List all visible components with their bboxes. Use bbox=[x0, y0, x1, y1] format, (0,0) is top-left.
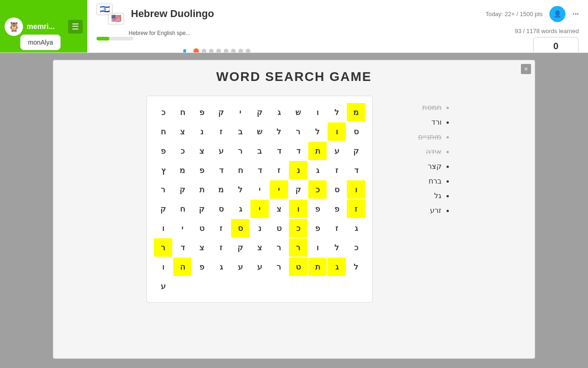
grid-cell[interactable]: ק bbox=[347, 142, 365, 160]
grid-cell[interactable]: ק bbox=[173, 180, 192, 199]
grid-cell[interactable]: ח bbox=[231, 161, 249, 179]
grid-cell[interactable]: ס bbox=[347, 122, 365, 141]
grid-cell[interactable]: כ bbox=[347, 238, 365, 257]
grid-cell[interactable]: ז bbox=[212, 122, 230, 141]
grid-cell[interactable]: ו bbox=[154, 219, 172, 237]
grid-cell[interactable]: צ bbox=[250, 238, 269, 257]
dot-3[interactable] bbox=[216, 49, 221, 53]
grid-cell[interactable]: פ bbox=[154, 142, 172, 160]
grid-cell[interactable]: ס bbox=[231, 219, 249, 237]
grid-cell[interactable]: צ bbox=[173, 122, 192, 141]
grid-cell[interactable]: ג bbox=[231, 200, 249, 218]
grid-cell[interactable]: ח bbox=[173, 200, 192, 218]
user-name-label[interactable]: monAlya bbox=[20, 34, 61, 50]
modal-close-button[interactable]: × bbox=[521, 64, 531, 74]
grid-cell[interactable]: ג bbox=[328, 258, 346, 276]
more-options[interactable]: ••• bbox=[572, 11, 579, 17]
grid-cell[interactable]: ע bbox=[154, 277, 172, 295]
grid-cell[interactable]: ג bbox=[347, 219, 365, 237]
dot-1[interactable] bbox=[202, 49, 206, 53]
grid-cell[interactable]: ו bbox=[328, 122, 346, 141]
grid-cell[interactable]: נ bbox=[250, 219, 269, 237]
grid-cell[interactable]: ס bbox=[212, 200, 230, 218]
grid-cell[interactable]: ד bbox=[270, 142, 288, 160]
grid-cell[interactable]: ל bbox=[308, 122, 327, 141]
grid-cell[interactable]: פ bbox=[308, 219, 327, 237]
grid-cell[interactable]: ד bbox=[173, 238, 192, 257]
grid-cell[interactable]: ע bbox=[328, 142, 346, 160]
grid-cell[interactable]: נ bbox=[192, 122, 211, 141]
grid-cell[interactable]: צ bbox=[270, 200, 288, 218]
grid-cell[interactable]: ו bbox=[154, 258, 172, 276]
grid-cell[interactable]: ק bbox=[289, 180, 307, 199]
grid-cell[interactable]: ק bbox=[231, 238, 249, 257]
grid-cell[interactable]: י bbox=[250, 200, 269, 218]
grid-cell[interactable]: ב bbox=[231, 122, 249, 141]
grid-cell[interactable]: ז bbox=[347, 200, 365, 218]
grid-cell[interactable]: ע bbox=[212, 142, 230, 160]
grid-cell[interactable]: כ bbox=[154, 103, 172, 121]
grid-cell[interactable]: ל bbox=[328, 103, 346, 121]
grid-cell[interactable]: ז bbox=[328, 161, 346, 179]
grid-cell[interactable]: י bbox=[270, 180, 288, 199]
grid-cell[interactable]: ר bbox=[154, 180, 172, 199]
grid-cell[interactable]: פ bbox=[308, 200, 327, 218]
grid-cell[interactable]: ו bbox=[347, 180, 365, 199]
grid-cell[interactable]: י bbox=[173, 219, 192, 237]
grid-cell[interactable]: נ bbox=[289, 161, 307, 179]
grid-cell[interactable]: מ bbox=[173, 161, 192, 179]
grid-cell[interactable]: ב bbox=[250, 142, 269, 160]
grid-cell[interactable]: ל bbox=[270, 122, 288, 141]
grid-cell[interactable]: ה bbox=[173, 258, 192, 276]
grid-cell[interactable]: פ bbox=[192, 258, 211, 276]
dot-7[interactable] bbox=[246, 49, 250, 53]
grid-cell[interactable]: ר bbox=[154, 238, 172, 257]
grid-cell[interactable]: ץ bbox=[154, 161, 172, 179]
grid-cell[interactable]: מ bbox=[347, 103, 365, 121]
grid-cell[interactable]: כ bbox=[308, 180, 327, 199]
grid-cell[interactable]: ח bbox=[154, 122, 172, 141]
user-avatar[interactable]: 👤 bbox=[549, 6, 565, 22]
grid-cell[interactable]: פ bbox=[192, 161, 211, 179]
grid-cell[interactable]: ק bbox=[154, 200, 172, 218]
grid-cell[interactable]: ת bbox=[308, 142, 327, 160]
grid-cell[interactable]: ל bbox=[328, 238, 346, 257]
dot-5[interactable] bbox=[231, 49, 236, 53]
grid-cell[interactable]: ו bbox=[289, 200, 307, 218]
grid-cell[interactable]: ס bbox=[328, 180, 346, 199]
grid-cell[interactable]: ר bbox=[289, 122, 307, 141]
grid-cell[interactable]: ו bbox=[308, 238, 327, 257]
grid-cell[interactable]: ד bbox=[212, 161, 230, 179]
hamburger-button[interactable]: ☰ bbox=[68, 20, 83, 34]
grid-cell[interactable]: ר bbox=[270, 238, 288, 257]
grid-cell[interactable]: ר bbox=[270, 258, 288, 276]
grid-cell[interactable]: ט bbox=[289, 258, 307, 276]
dot-2[interactable] bbox=[209, 49, 214, 53]
grid-cell[interactable]: כ bbox=[289, 219, 307, 237]
grid-cell[interactable]: ח bbox=[173, 103, 192, 121]
grid-cell[interactable]: ט bbox=[270, 219, 288, 237]
grid-cell[interactable]: ש bbox=[250, 122, 269, 141]
grid-cell[interactable]: ז bbox=[212, 219, 230, 237]
grid-cell[interactable]: ג bbox=[308, 161, 327, 179]
dot-active[interactable] bbox=[193, 48, 199, 53]
grid-cell[interactable]: י bbox=[231, 103, 249, 121]
grid-cell[interactable]: ד bbox=[289, 142, 307, 160]
grid-cell[interactable]: ת bbox=[308, 258, 327, 276]
dot-4[interactable] bbox=[224, 49, 228, 53]
grid-cell[interactable]: ק bbox=[192, 200, 211, 218]
grid-cell[interactable]: ת bbox=[192, 180, 211, 199]
grid-cell[interactable]: ע bbox=[231, 258, 249, 276]
grid-cell[interactable]: ק bbox=[250, 103, 269, 121]
grid-cell[interactable]: ר bbox=[289, 238, 307, 257]
grid-cell[interactable]: פ bbox=[328, 200, 346, 218]
grid-cell[interactable]: צ bbox=[192, 142, 211, 160]
grid-cell[interactable]: ג bbox=[270, 103, 288, 121]
grid-cell[interactable]: ו bbox=[308, 103, 327, 121]
grid-cell[interactable]: י bbox=[250, 180, 269, 199]
grid-cell[interactable]: ג bbox=[212, 258, 230, 276]
grid-cell[interactable]: ש bbox=[289, 103, 307, 121]
grid-cell[interactable]: צ bbox=[192, 238, 211, 257]
grid-cell[interactable]: מ bbox=[212, 180, 230, 199]
grid-cell[interactable]: ז bbox=[270, 161, 288, 179]
